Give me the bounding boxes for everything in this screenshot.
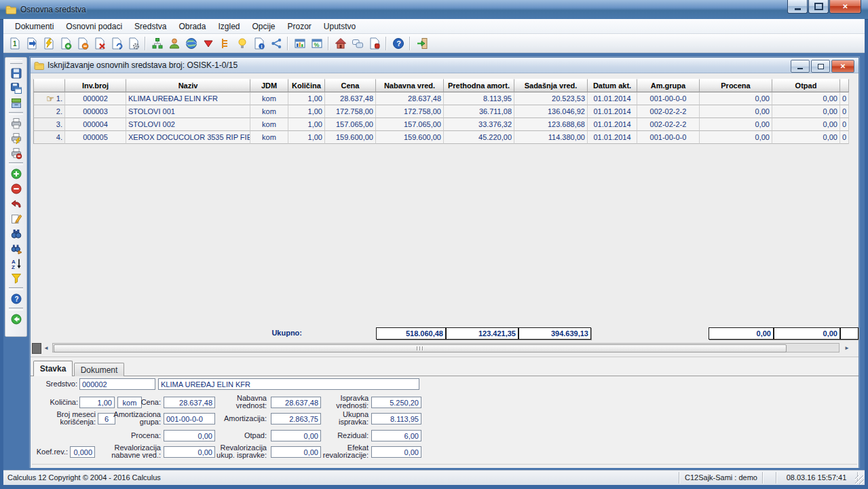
doc-minimize-button[interactable] xyxy=(791,60,810,73)
nabavna-field[interactable]: 28.637,48 xyxy=(271,397,321,408)
menu-opcije[interactable]: Opcije xyxy=(246,20,282,33)
col-otpad[interactable]: Otpad xyxy=(772,79,840,92)
help-icon[interactable]: ? xyxy=(7,291,24,306)
col-procena[interactable]: Procena xyxy=(700,79,772,92)
branch-icon[interactable] xyxy=(267,35,284,52)
menu-uputstvo[interactable]: Uputstvo xyxy=(318,20,362,33)
sredstvo-name-field[interactable]: KLIMA UREĐAJ ELIN KFR xyxy=(158,378,419,390)
exit-icon[interactable] xyxy=(413,35,430,52)
find-icon[interactable] xyxy=(7,226,24,241)
am-grupa-field[interactable]: 001-00-0-0 xyxy=(164,413,215,424)
menu-izgled[interactable]: Izgled xyxy=(212,20,246,33)
back-icon[interactable] xyxy=(7,312,24,327)
menu-prozor[interactable]: Prozor xyxy=(282,20,318,33)
menu-sredstva[interactable]: Sredstva xyxy=(128,20,172,33)
tab-stavka[interactable]: Stavka xyxy=(33,361,73,376)
otpad-field[interactable]: 0,00 xyxy=(271,430,321,441)
col-datum[interactable]: Datum akt. xyxy=(588,79,637,92)
amortizacija-field[interactable]: 2.863,75 xyxy=(271,413,321,424)
add-document-icon[interactable] xyxy=(57,35,74,52)
scroll-right-icon[interactable]: ► xyxy=(842,343,852,352)
ukupna-ispravka-field[interactable]: 8.113,95 xyxy=(371,413,421,424)
menu-obrada[interactable]: Obrada xyxy=(172,20,212,33)
sort-descending-icon[interactable] xyxy=(200,35,216,52)
document-plugin-icon[interactable] xyxy=(366,35,383,52)
doc-close-button[interactable]: ✕ xyxy=(831,60,854,73)
tab-dokument[interactable]: Dokument xyxy=(74,363,124,376)
col-jdm[interactable]: JDM xyxy=(250,79,288,92)
sredstvo-code-field[interactable]: 000002 xyxy=(79,378,155,390)
save-icon[interactable] xyxy=(7,66,24,81)
window-report-icon[interactable] xyxy=(291,35,308,52)
col-kolicina[interactable]: Količina xyxy=(288,79,325,92)
document-title: Isknjižavanje osnovnih sredstava broj: O… xyxy=(48,60,238,70)
koef-rev-field[interactable]: 0,000 xyxy=(70,446,95,458)
delete-row-icon[interactable] xyxy=(7,181,24,196)
toolbar-grip[interactable] xyxy=(10,60,22,64)
new-document-icon[interactable]: 1 xyxy=(6,35,23,52)
menu-dokumenti[interactable]: Dokumenti xyxy=(9,20,60,33)
print-flash-icon[interactable] xyxy=(7,131,24,146)
col-prethodna[interactable]: Prethodna amort. xyxy=(444,79,514,92)
export-icon[interactable] xyxy=(7,96,24,111)
kolicina-field[interactable]: 1,00 xyxy=(79,397,115,408)
otpad-label: Otpad: xyxy=(219,432,267,439)
scrollbar-track[interactable] xyxy=(52,343,839,352)
globe-icon[interactable] xyxy=(183,35,200,52)
doc-restore-button[interactable] xyxy=(811,60,830,73)
scrollbar-grip[interactable] xyxy=(32,343,41,354)
remove-document-icon[interactable] xyxy=(74,35,91,52)
sort-az-icon[interactable]: AZ xyxy=(7,256,24,271)
edit-icon[interactable] xyxy=(7,211,24,226)
quick-document-icon[interactable] xyxy=(40,35,57,52)
user-icon[interactable] xyxy=(166,35,183,52)
print-cancel-icon[interactable] xyxy=(7,146,24,161)
table-header: Inv.broj Naziv JDM Količina Cena Nabavna… xyxy=(33,79,849,92)
org-chart-icon[interactable] xyxy=(149,35,166,52)
table-row[interactable]: 2. 000003 STOLOVI 001 kom 1,00 172.758,0… xyxy=(33,105,849,118)
procena-label: Procena: xyxy=(113,432,161,439)
col-sadasnja[interactable]: Sadašnja vred. xyxy=(514,79,588,92)
window-calc-icon[interactable]: % xyxy=(308,35,325,52)
table-row[interactable]: 3. 000004 STOLOVI 002 kom 1,00 157.065,0… xyxy=(33,118,849,131)
close-button[interactable]: ✕ xyxy=(829,0,861,14)
rezidual-field[interactable]: 6,00 xyxy=(371,430,421,441)
refresh-document-icon[interactable] xyxy=(108,35,125,52)
scrollbar-thumb[interactable] xyxy=(54,344,787,352)
minimize-button[interactable] xyxy=(787,0,808,14)
col-naziv[interactable]: Naziv xyxy=(126,79,250,92)
cena-field[interactable]: 28.637,48 xyxy=(164,397,215,408)
table-row[interactable]: ☞1. 000002 KLIMA UREĐAJ ELIN KFR kom 1,0… xyxy=(33,92,849,105)
save-form-icon[interactable] xyxy=(7,81,24,96)
reval-ispravke-field[interactable]: 0,00 xyxy=(271,446,321,458)
resize-grip[interactable] xyxy=(855,475,864,484)
total-nabavna: 518.060,48 xyxy=(376,327,446,340)
messages-icon[interactable] xyxy=(349,35,366,52)
delete-document-icon[interactable] xyxy=(91,35,108,52)
col-inv-broj[interactable]: Inv.broj xyxy=(65,79,126,92)
table-row[interactable]: 4. 000005 XEROX DOCUCOLOR 3535 RIP FIER … xyxy=(33,131,849,144)
open-document-icon[interactable] xyxy=(23,35,40,52)
scroll-left-icon[interactable]: ◄ xyxy=(41,343,51,352)
ispravka-field[interactable]: 5.250,20 xyxy=(371,397,421,408)
idea-icon[interactable] xyxy=(233,35,250,52)
document-info-icon[interactable]: i xyxy=(250,35,267,52)
undo-icon[interactable] xyxy=(7,196,24,211)
maximize-button[interactable] xyxy=(808,0,829,14)
add-row-icon[interactable] xyxy=(7,166,24,181)
print-icon[interactable] xyxy=(7,116,24,131)
procena-field[interactable]: 0,00 xyxy=(164,430,215,441)
menu-osnovni-podaci[interactable]: Osnovni podaci xyxy=(60,20,128,33)
filter-icon[interactable] xyxy=(7,271,24,286)
col-nabavna[interactable]: Nabavna vred. xyxy=(376,79,444,92)
document-settings-icon[interactable] xyxy=(125,35,142,52)
home-icon[interactable] xyxy=(332,35,349,52)
find-next-icon[interactable] xyxy=(7,241,24,256)
col-am-grupa[interactable]: Am.grupa xyxy=(637,79,700,92)
hierarchy-icon[interactable] xyxy=(216,35,233,52)
application-window: Osnovna sredstva ✕ Dokumenti Osnovni pod… xyxy=(0,0,868,489)
help-icon[interactable]: ? xyxy=(390,35,407,52)
col-cena[interactable]: Cena xyxy=(325,79,376,92)
reval-nabavne-field[interactable]: 0,00 xyxy=(164,446,215,458)
efekat-field[interactable]: 0,00 xyxy=(371,446,421,458)
